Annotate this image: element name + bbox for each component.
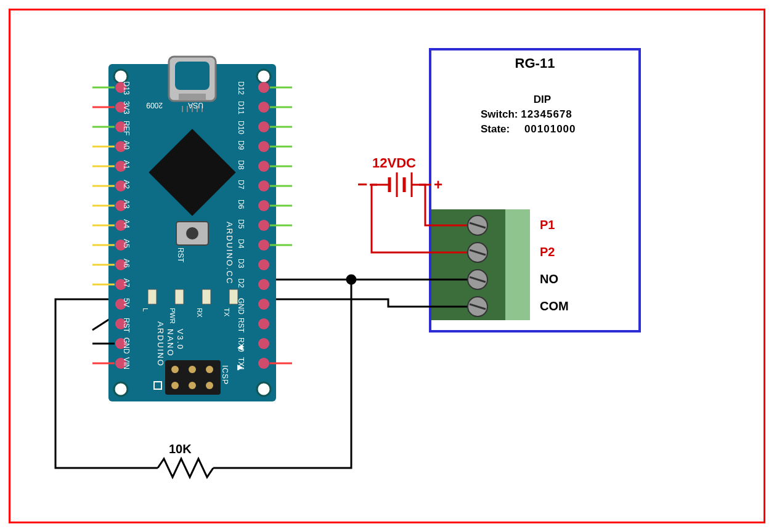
pin-left-1: 3V3 <box>122 101 131 114</box>
svg-rect-34 <box>148 289 157 304</box>
rx-arrow-icon: ◀ <box>237 343 243 352</box>
tx-arrow-icon: ▶ <box>237 363 243 371</box>
pin-right-8: D4 <box>237 239 245 248</box>
pin-left-6: A3 <box>122 200 131 209</box>
dip-header: DIP <box>481 92 604 107</box>
resistor-label: 10K <box>169 442 192 456</box>
power-plus-icon: + <box>434 176 442 193</box>
svg-point-71 <box>258 279 269 290</box>
silk-rst: RST <box>176 248 185 262</box>
graphics-layer <box>0 0 774 532</box>
svg-rect-25 <box>175 62 210 90</box>
terminal-no: NO <box>540 272 558 286</box>
svg-point-74 <box>258 338 269 349</box>
svg-point-41 <box>206 366 213 373</box>
pin-right-9: D3 <box>237 259 245 268</box>
svg-point-70 <box>258 259 269 270</box>
dip-state-label: State: <box>481 123 510 135</box>
led-rx: RX <box>196 308 203 317</box>
pin-left-12: RST <box>122 318 131 332</box>
svg-point-22 <box>114 382 128 396</box>
svg-point-75 <box>258 358 269 369</box>
svg-point-63 <box>258 121 269 132</box>
power-minus-icon: − <box>357 175 367 195</box>
pin-left-8: A5 <box>122 239 131 248</box>
svg-rect-26 <box>179 94 206 100</box>
dip-switch-value: 12345678 <box>521 108 572 120</box>
svg-point-68 <box>258 220 269 231</box>
rst-stub <box>92 319 110 330</box>
svg-point-43 <box>189 382 196 389</box>
dip-state-value: 00101000 <box>524 123 576 135</box>
pin-right-5: D7 <box>237 180 245 189</box>
svg-point-39 <box>171 366 179 373</box>
svg-point-21 <box>257 70 271 83</box>
pin-left-7: A4 <box>122 219 131 228</box>
svg-rect-1 <box>505 209 530 320</box>
pin-right-3: D9 <box>237 140 245 150</box>
pin-left-2: REF <box>122 121 131 135</box>
svg-point-40 <box>189 366 196 373</box>
silk-v30: V3.0 <box>176 329 185 350</box>
svg-rect-38 <box>165 360 221 395</box>
pin-left-10: A7 <box>122 278 131 288</box>
pin-left-11: 5V <box>122 298 131 307</box>
silk-arduino-cc: ARDUINO.CC <box>225 222 234 284</box>
pin-left-3: A0 <box>122 140 131 150</box>
pin-left-5: A2 <box>122 180 131 189</box>
terminal-com: COM <box>540 299 569 313</box>
pin-right-11: GND <box>237 298 245 315</box>
terminal-p2: P2 <box>540 245 555 259</box>
svg-point-65 <box>258 161 269 172</box>
svg-point-44 <box>206 382 213 389</box>
pin-left-4: A1 <box>122 160 131 169</box>
svg-point-33 <box>186 227 198 240</box>
svg-point-66 <box>258 180 269 191</box>
pin-right-12: RST <box>237 318 245 332</box>
rg11-title: RG-11 <box>430 55 640 71</box>
pin-right-2: D10 <box>237 121 245 134</box>
svg-point-61 <box>258 82 269 93</box>
terminal-p1: P1 <box>540 218 555 232</box>
svg-point-72 <box>258 299 269 310</box>
silk-usa: USA <box>188 101 203 110</box>
pin-left-9: A6 <box>122 259 131 268</box>
svg-point-42 <box>171 382 179 389</box>
pin-right-10: D2 <box>237 278 245 288</box>
pin-right-1: D11 <box>237 101 245 115</box>
silk-2009: 2009 <box>146 101 163 110</box>
svg-point-62 <box>258 102 269 113</box>
silk-nano: NANO <box>166 329 175 357</box>
pin-right-7: D5 <box>237 219 245 228</box>
led-tx: TX <box>223 308 230 316</box>
pin-left-13: GND <box>122 337 131 354</box>
power-label: 12VDC <box>372 155 416 171</box>
pin-right-6: D6 <box>237 200 245 209</box>
pin-left-0: D13 <box>122 81 131 95</box>
svg-point-69 <box>258 240 269 251</box>
led-l: L <box>142 308 149 312</box>
dip-block: DIP Switch: 12345678 State: 00101000 <box>481 92 604 137</box>
svg-point-23 <box>257 382 271 396</box>
pin-right-4: D8 <box>237 160 245 169</box>
svg-rect-36 <box>202 289 211 304</box>
silk-icsp: ICSP <box>221 365 229 385</box>
svg-rect-35 <box>175 289 184 304</box>
svg-point-73 <box>258 318 269 329</box>
diagram-canvas: RG-11 DIP Switch: 12345678 State: 001010… <box>0 0 774 532</box>
silk-arduino: ARDUINO <box>156 321 165 367</box>
dip-switch-label: Switch: <box>481 108 518 120</box>
svg-point-64 <box>258 141 269 152</box>
led-pwr: PWR <box>169 308 176 324</box>
svg-point-67 <box>258 200 269 211</box>
pin-right-0: D12 <box>237 81 245 95</box>
pin-left-14: VIN <box>122 357 131 369</box>
